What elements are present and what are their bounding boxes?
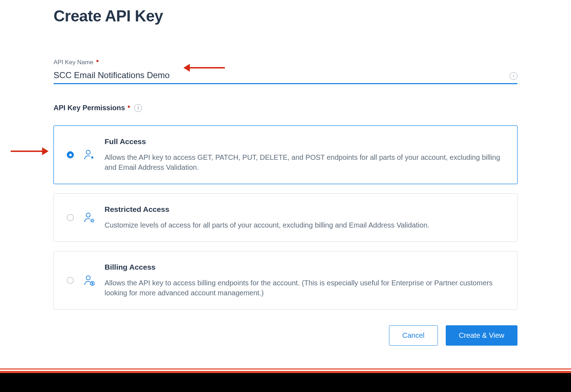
option-title: Restricted Access: [105, 205, 504, 214]
permission-option-full-access[interactable]: Full Access Allows the API key to access…: [54, 126, 517, 184]
option-text: Billing Access Allows the API key to acc…: [105, 263, 504, 298]
radio-unselected-icon: [67, 277, 74, 284]
page-title: Create API Key: [54, 7, 517, 25]
api-key-name-input-wrap: i: [54, 69, 517, 84]
svg-point-2: [91, 220, 94, 222]
radio-unselected-icon: [67, 214, 74, 221]
action-buttons: Cancel Create & View: [54, 325, 517, 346]
option-description: Allows the API key to access GET, PATCH,…: [105, 152, 504, 172]
user-dollar-icon: [83, 274, 95, 286]
permission-option-restricted-access[interactable]: Restricted Access Customize levels of ac…: [54, 193, 517, 242]
info-icon[interactable]: i: [510, 72, 517, 80]
api-key-name-label: API Key Name: [54, 59, 517, 66]
option-title: Full Access: [105, 137, 504, 146]
svg-point-1: [86, 213, 90, 217]
info-icon[interactable]: i: [134, 104, 142, 112]
permissions-section-label: API Key Permissions i: [54, 104, 517, 112]
permission-options: Full Access Allows the API key to access…: [54, 126, 517, 310]
option-description: Allows the API key to access billing end…: [105, 278, 504, 298]
create-and-view-button[interactable]: Create & View: [446, 325, 517, 346]
svg-point-0: [86, 150, 90, 154]
option-text: Full Access Allows the API key to access…: [105, 137, 504, 172]
user-gear-icon: [83, 212, 95, 224]
option-title: Billing Access: [105, 263, 504, 271]
required-dot-icon: [96, 60, 98, 62]
api-key-name-field: API Key Name i: [54, 59, 517, 84]
option-description: Customize levels of access for all parts…: [105, 220, 504, 230]
user-star-icon: [83, 149, 95, 161]
cancel-button[interactable]: Cancel: [389, 325, 438, 346]
required-dot-icon: [128, 106, 130, 108]
svg-point-3: [86, 276, 90, 280]
permission-option-billing-access[interactable]: Billing Access Allows the API key to acc…: [54, 251, 517, 310]
api-key-name-input[interactable]: [54, 69, 517, 82]
footer-band: [0, 372, 571, 392]
api-key-name-label-text: API Key Name: [54, 59, 94, 66]
radio-selected-icon: [67, 151, 74, 158]
permissions-label-text: API Key Permissions: [54, 104, 125, 112]
option-text: Restricted Access Customize levels of ac…: [105, 205, 504, 230]
